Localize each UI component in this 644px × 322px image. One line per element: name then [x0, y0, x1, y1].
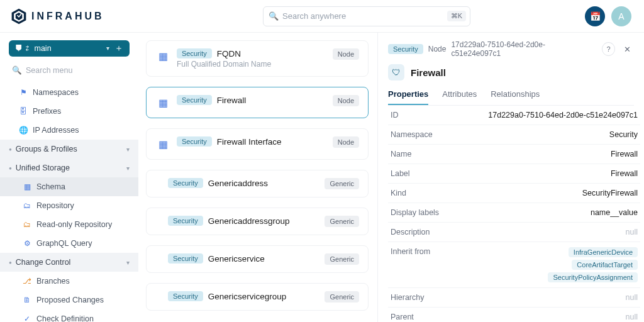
schema-name: Firewall — [217, 96, 247, 105]
schema-card[interactable]: SecurityGenericserviceGeneric — [146, 245, 369, 273]
schema-name: FQDN — [217, 49, 241, 58]
schema-description: Full Qualified Domain Name — [177, 60, 326, 69]
branch-icon: ⎇ — [23, 277, 31, 286]
property-key: Display labels — [391, 208, 466, 217]
repo-icon: 🗂 — [23, 201, 31, 210]
inherit-chip[interactable]: SecurityPolicyAssignment — [548, 272, 638, 282]
property-value: null — [466, 313, 638, 321]
chevron-down-icon: ▾ — [126, 259, 130, 266]
search-icon: 🔍 — [269, 11, 279, 21]
gql-icon: ⚙ — [23, 239, 31, 248]
schema-card[interactable]: SecurityGenericservicegroupGeneric — [146, 283, 369, 311]
global-search[interactable]: 🔍 Search anywhere ⌘K — [263, 6, 470, 26]
activity-button[interactable]: 📅 — [585, 6, 605, 26]
sidebar-item-graphql-query[interactable]: ⚙GraphQL Query — [0, 234, 138, 253]
avatar[interactable]: A — [611, 6, 631, 26]
node-icon: ▦ — [155, 136, 170, 152]
help-button[interactable]: ? — [602, 42, 616, 56]
property-row: LabelFirewall — [388, 164, 640, 184]
property-key: ID — [391, 111, 466, 119]
property-value: Firewall — [466, 169, 638, 178]
schema-card[interactable]: ▦SecurityFirewall InterfaceNode — [146, 128, 369, 160]
chevron-down-icon: ▾ — [126, 146, 130, 153]
sidebar-group-unified-storage[interactable]: ●Unified Storage▾ — [0, 158, 138, 177]
branch-shield-icon: ⛊ ⇄ — [15, 44, 29, 53]
search-shortcut: ⌘K — [447, 11, 466, 21]
schema-card[interactable]: SecurityGenericaddressGeneric — [146, 170, 369, 197]
node-icon: ▦ — [155, 95, 170, 110]
kind-badge: Generic — [325, 216, 359, 227]
property-value: null — [466, 293, 638, 302]
menu-search[interactable]: 🔍 Search menu — [9, 63, 130, 78]
property-value: 17d229a0-7510-64ed-2d0e-c51e24e097c1 — [466, 111, 638, 119]
property-key: Description — [391, 228, 466, 236]
property-row: Parentnull — [388, 308, 640, 322]
sidebar-group-label: Groups & Profiles — [16, 145, 77, 153]
sidebar-item-ip-addresses[interactable]: 🌐IP Addresses — [0, 121, 138, 140]
ro-icon: 🗂 — [23, 220, 31, 229]
schema-icon: ▦ — [23, 182, 31, 191]
pc-icon: 🗎 — [23, 296, 31, 304]
sidebar-item-label: Repository — [36, 201, 74, 210]
node-icon: ▦ — [155, 48, 170, 64]
property-row: Hierarchynull — [388, 288, 640, 308]
kind-badge: Node — [333, 136, 359, 148]
chevron-down-icon: ▾ — [106, 45, 109, 52]
schema-card[interactable]: ▦SecurityFQDNFull Qualified Domain NameN… — [146, 40, 369, 77]
property-key: Name — [391, 150, 466, 158]
brand-logo[interactable]: INFRAHUB — [10, 8, 148, 25]
sidebar-item-label: Branches — [36, 277, 70, 286]
detail-id-crumb: 17d229a0-7510-64ed-2d0e-c51e24e097c1 — [451, 40, 591, 58]
sidebar-group-groups-profiles[interactable]: ●Groups & Profiles▾ — [0, 140, 138, 158]
property-row: NamespaceSecurity — [388, 125, 640, 145]
flag-icon: ⚑ — [19, 88, 28, 97]
kind-badge: Generic — [325, 178, 359, 189]
sidebar-item-schema[interactable]: ▦Schema — [0, 177, 138, 196]
sidebar-item-check-definition[interactable]: ✓Check Definition — [0, 309, 138, 322]
schema-card[interactable]: SecurityGenericaddressgroupGeneric — [146, 208, 369, 235]
sidebar-item-branches[interactable]: ⎇Branches — [0, 272, 138, 291]
detail-namespace-pill: Security — [388, 44, 423, 54]
inherit-chip[interactable]: InfraGenericDevice — [569, 247, 638, 257]
property-value: SecurityFirewall — [466, 189, 638, 197]
kind-badge: Node — [333, 48, 359, 60]
logo-icon — [10, 8, 28, 25]
namespace-pill: Security — [168, 178, 203, 188]
tab-attributes[interactable]: Attributes — [442, 89, 477, 105]
schema-name: Genericaddressgroup — [208, 216, 290, 226]
namespace-pill: Security — [177, 48, 212, 58]
sidebar-item-repository[interactable]: 🗂Repository — [0, 196, 138, 215]
sidebar-item-prefixes[interactable]: 🗄Prefixes — [0, 102, 138, 121]
menu-search-placeholder: Search menu — [26, 66, 72, 75]
search-icon: 🔍 — [12, 65, 22, 75]
namespace-pill: Security — [168, 253, 203, 264]
branch-selector[interactable]: ⛊ ⇄ main ▾ ＋ — [9, 40, 130, 57]
sidebar-group-change-control[interactable]: ●Change Control▾ — [0, 253, 138, 272]
namespace-pill: Security — [177, 136, 212, 147]
namespace-pill: Security — [177, 95, 212, 105]
tab-properties[interactable]: Properties — [388, 89, 428, 105]
add-branch-button[interactable]: ＋ — [114, 43, 123, 54]
schema-card[interactable]: ▦SecurityFirewallNode — [146, 87, 369, 118]
property-row: NameFirewall — [388, 145, 640, 164]
kind-badge: Generic — [325, 253, 359, 265]
bullet-icon: ● — [9, 165, 12, 171]
sidebar-item-namespaces[interactable]: ⚑Namespaces — [0, 83, 138, 102]
sidebar-item-label: IP Addresses — [33, 126, 79, 135]
schema-name: Genericservice — [208, 254, 265, 264]
property-value: name__value — [466, 208, 638, 217]
detail-title: Firewall — [411, 67, 446, 78]
tab-relationships[interactable]: Relationships — [491, 89, 540, 105]
close-button[interactable]: ✕ — [620, 42, 634, 56]
bullet-icon: ● — [9, 147, 12, 152]
inherit-chip[interactable]: CoreArtifactTarget — [572, 260, 638, 270]
firewall-icon: 🛡 — [388, 64, 404, 80]
sidebar-item-proposed-changes[interactable]: 🗎Proposed Changes — [0, 291, 138, 309]
property-row: Descriptionnull — [388, 223, 640, 242]
property-key: Namespace — [391, 130, 466, 139]
property-key: Parent — [391, 313, 466, 321]
property-value: Security — [466, 130, 638, 139]
sidebar-item-label: Namespaces — [33, 88, 79, 97]
sidebar-item-read-only-repository[interactable]: 🗂Read-only Repository — [0, 215, 138, 234]
ip-icon: 🌐 — [19, 126, 28, 135]
